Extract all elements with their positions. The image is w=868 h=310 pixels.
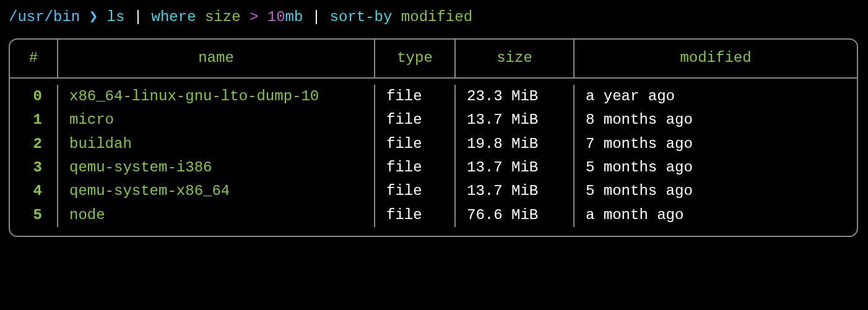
cell-size: 13.7 MiB — [456, 179, 575, 203]
cell-index: 5 — [10, 204, 58, 227]
cmd-token: size — [205, 9, 241, 25]
header-index: # — [10, 40, 58, 77]
cell-type: file — [375, 85, 456, 108]
cell-index: 3 — [10, 156, 58, 179]
table-row: 4qemu-system-x86_64file13.7 MiB5 months … — [10, 179, 857, 203]
cell-size: 76.6 MiB — [456, 204, 575, 227]
cmd-token: | — [303, 9, 329, 25]
cell-name: x86_64-linux-gnu-lto-dump-10 — [58, 85, 375, 108]
cell-name: node — [58, 204, 375, 227]
table-row: 2buildahfile19.8 MiB7 months ago — [10, 132, 857, 156]
cell-modified: 7 months ago — [575, 132, 857, 156]
cmd-token: mb — [285, 9, 303, 25]
cell-size: 19.8 MiB — [456, 132, 575, 156]
cell-modified: a month ago — [575, 204, 857, 227]
cell-name: buildah — [58, 132, 375, 156]
cmd-token — [196, 9, 205, 25]
cell-size: 13.7 MiB — [456, 156, 575, 179]
cell-name: micro — [58, 108, 375, 132]
output-table: # name type size modified 0x86_64-linux-… — [9, 38, 858, 237]
cmd-token: > — [250, 9, 258, 25]
table-header-row: # name type size modified — [10, 40, 857, 78]
cmd-token: ls — [106, 9, 124, 25]
prompt-path: /usr/bin — [9, 9, 80, 25]
cell-index: 0 — [10, 85, 58, 108]
cmd-token — [392, 9, 401, 25]
cmd-token — [258, 9, 267, 25]
command-input[interactable]: ls | where size > 10mb | sort-by modifie… — [106, 9, 472, 25]
cell-name: qemu-system-i386 — [58, 156, 375, 179]
header-name: name — [58, 40, 375, 77]
command-prompt[interactable]: /usr/bin ❯ ls | where size > 10mb | sort… — [9, 7, 859, 27]
table-row: 1microfile13.7 MiB8 months ago — [10, 108, 857, 132]
header-size: size — [456, 40, 575, 77]
cell-modified: 8 months ago — [575, 108, 857, 132]
cell-index: 1 — [10, 108, 58, 132]
cell-modified: 5 months ago — [575, 179, 857, 203]
cmd-token: modified — [401, 9, 472, 25]
cmd-token: 10 — [267, 9, 285, 25]
table-row: 3qemu-system-i386file13.7 MiB5 months ag… — [10, 156, 857, 179]
table-row: 0x86_64-linux-gnu-lto-dump-10file23.3 Mi… — [10, 85, 857, 108]
header-modified: modified — [575, 40, 857, 77]
cell-index: 2 — [10, 132, 58, 156]
table-row: 5nodefile76.6 MiBa month ago — [10, 204, 857, 227]
cell-type: file — [375, 204, 456, 227]
cell-type: file — [375, 132, 456, 156]
table-body: 0x86_64-linux-gnu-lto-dump-10file23.3 Mi… — [10, 79, 857, 236]
cell-type: file — [375, 156, 456, 179]
cell-type: file — [375, 179, 456, 203]
cmd-token: where — [152, 9, 196, 25]
cell-name: qemu-system-x86_64 — [58, 179, 375, 203]
cmd-token: sort-by — [330, 9, 393, 25]
cell-size: 13.7 MiB — [456, 108, 575, 132]
cell-size: 23.3 MiB — [456, 85, 575, 108]
cell-index: 4 — [10, 179, 58, 203]
header-type: type — [375, 40, 456, 77]
cell-type: file — [375, 108, 456, 132]
cell-modified: a year ago — [575, 85, 857, 108]
cell-modified: 5 months ago — [575, 156, 857, 179]
prompt-separator-icon: ❯ — [80, 9, 106, 25]
cmd-token: | — [124, 9, 151, 25]
cmd-token — [241, 9, 250, 25]
